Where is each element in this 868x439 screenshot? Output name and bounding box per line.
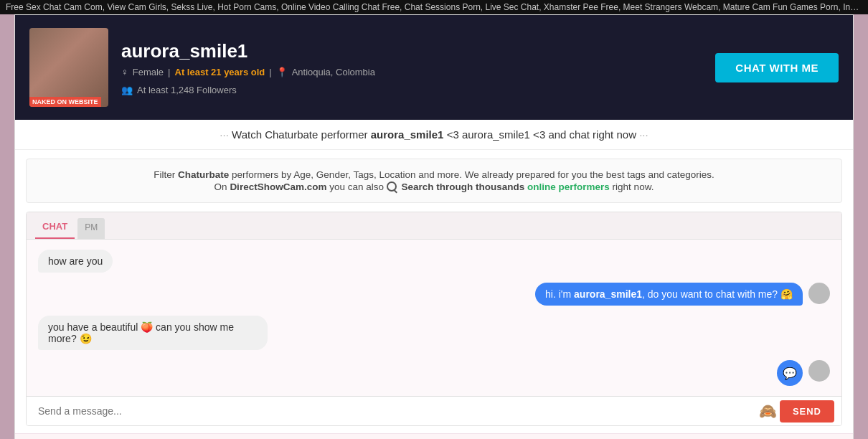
profile-info: aurora_smile1 ♀ Female | At least 21 yea… <box>121 40 702 95</box>
location-dot: 📍 <box>276 67 288 77</box>
tab-chat[interactable]: CHAT <box>35 218 75 239</box>
filter-end: right now. <box>613 181 654 192</box>
dots-right: ··· <box>639 128 648 141</box>
followers-icon: 👥 <box>121 85 133 95</box>
msg-bubble-1: how are you <box>38 250 113 273</box>
avatar-img <box>29 28 108 107</box>
main-container: NAKED ON WEBSITE aurora_smile1 ♀ Female … <box>14 14 854 439</box>
followers-row: 👥 At least 1,248 Followers <box>121 85 702 95</box>
msg-bubble-2: hi. i'm aurora_smile1, do you want to ch… <box>535 283 803 306</box>
filter-site-link[interactable]: DirectShowCam.com <box>230 181 326 192</box>
filter-site: Chaturbate <box>178 169 229 180</box>
divider: | <box>168 67 170 77</box>
chat-input-row: 🙈 SEND <box>27 396 841 425</box>
dots-left: ··· <box>220 128 229 141</box>
banner-text-mid: <3 aurora_smile1 <3 and chat right now <box>447 128 640 141</box>
green-performers[interactable]: online performers <box>527 181 610 192</box>
top-bar-text: Free Sex Chat Cam Com, View Cam Girls, S… <box>6 2 868 12</box>
chat-messages: how are you hi. i'm aurora_smile1, do yo… <box>27 240 841 396</box>
performer-banner: ··· Watch Chaturbate performer aurora_sm… <box>15 120 853 150</box>
msg-icon-bubble: 💬 <box>777 360 803 386</box>
msg-bubble-3: you have a beautiful 🍑 can you show me m… <box>38 316 268 350</box>
location-text: Antioquia, Colombia <box>292 67 375 77</box>
profile-header: NAKED ON WEBSITE aurora_smile1 ♀ Female … <box>15 15 853 120</box>
gender-label: Female <box>133 67 164 77</box>
send-button[interactable]: SEND <box>780 400 834 423</box>
msg-row-1: how are you <box>38 250 830 273</box>
emoji-button[interactable]: 🙈 <box>756 400 780 423</box>
chat-section: CHAT PM how are you hi. i'm aurora_smile… <box>26 212 842 426</box>
banner-username: aurora_smile1 <box>371 128 444 141</box>
gender-icon: ♀ <box>121 67 128 77</box>
chat-tabs: CHAT PM <box>27 212 841 240</box>
filter-also: you can also <box>329 181 384 192</box>
msg-row-3: you have a beautiful 🍑 can you show me m… <box>38 316 830 350</box>
msg-row-4: 💬 <box>38 360 830 386</box>
filter-on: On <box>214 181 227 192</box>
chat-input[interactable] <box>34 400 756 423</box>
msg-text-2: hi. i'm aurora_smile1, do you want to ch… <box>545 288 793 300</box>
banner-text-pre: Watch Chaturbate performer <box>232 128 368 141</box>
profile-name: aurora_smile1 <box>121 40 702 62</box>
top-bar: Free Sex Chat Cam Com, View Cam Girls, S… <box>0 0 868 14</box>
tab-pm[interactable]: PM <box>77 218 105 239</box>
msg-avatar-4 <box>808 360 830 382</box>
msg-row-2: hi. i'm aurora_smile1, do you want to ch… <box>38 283 830 306</box>
filter-post: performers by Age, Gender, Tags, Locatio… <box>232 169 714 180</box>
profile-meta: ♀ Female | At least 21 years old | 📍 Ant… <box>121 67 702 77</box>
filter-line2: On DirectShowCam.com you can also Search… <box>41 180 827 192</box>
avatar-wrap: NAKED ON WEBSITE <box>29 28 108 107</box>
pipe2: | <box>269 67 271 77</box>
age-label: At least 21 years old <box>175 67 265 77</box>
chat-with-me-button[interactable]: CHAT WITH ME <box>715 53 839 82</box>
filter-section: Filter Chaturbate performers by Age, Gen… <box>26 159 842 203</box>
followers-count: At least 1,248 Followers <box>137 85 237 95</box>
msg-text-3: you have a beautiful 🍑 can you show me m… <box>48 321 234 344</box>
tags-bar: #teen #new #daddy #cum #young Visit Dire… <box>15 433 853 439</box>
search-label: Search through thousands <box>402 181 525 192</box>
search-icon-inline <box>387 181 397 192</box>
filter-pre: Filter <box>154 169 175 180</box>
msg-avatar-2 <box>808 283 830 304</box>
filter-line1: Filter Chaturbate performers by Age, Gen… <box>41 169 827 180</box>
msg-text-1: how are you <box>48 255 103 267</box>
naked-badge: NAKED ON WEBSITE <box>29 97 101 107</box>
